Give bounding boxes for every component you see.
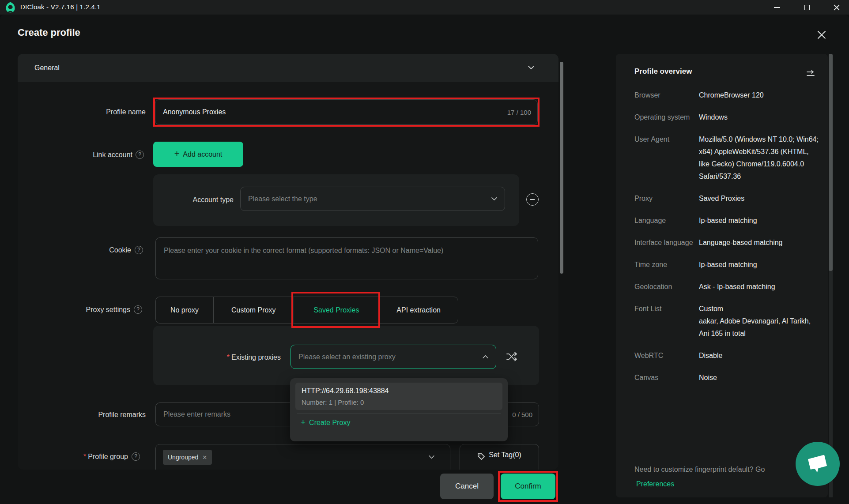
overview-row-label: Canvas <box>634 372 699 384</box>
cookie-label: Cookie <box>52 245 131 255</box>
title-bar: DICloak - V2.7.16 | 1.2.4.1 <box>0 0 849 15</box>
required-asterisk: * <box>83 453 86 460</box>
proxy-tab-saved-proxies[interactable]: Saved Proxies <box>294 297 379 323</box>
profile-name-counter: 17 / 100 <box>507 109 531 116</box>
cancel-label: Cancel <box>455 482 479 491</box>
overview-row: WebRTCDisable <box>634 350 820 362</box>
help-icon[interactable]: ? <box>136 150 144 159</box>
chevron-down-icon <box>528 65 535 70</box>
overview-row-label: Font List <box>634 303 699 340</box>
add-account-button[interactable]: + Add account <box>153 142 243 167</box>
overview-row-value: Disable <box>699 350 820 362</box>
set-tag-button[interactable]: Set Tag(0) <box>460 444 539 470</box>
profile-name-value: Anonymous Proxies <box>163 108 507 116</box>
proxy-tab-api-extraction[interactable]: API extraction <box>379 297 458 323</box>
proxy-option[interactable]: HTTP://64.29.68.198:43884 Number: 1 | Pr… <box>295 383 502 410</box>
window-maximize-button[interactable] <box>797 0 817 15</box>
chevron-down-icon <box>428 455 435 459</box>
profile-name-label: Profile name <box>62 107 146 117</box>
chevron-down-icon <box>491 197 498 201</box>
overview-rows: BrowserChromeBrowser 120Operating system… <box>634 89 820 394</box>
account-type-select[interactable]: Please select the type <box>240 187 505 211</box>
window-minimize-button[interactable] <box>767 0 787 15</box>
profile-overview-panel: Profile overview BrowserChromeBrowser 12… <box>616 54 828 497</box>
overview-row-label: User Agent <box>634 133 699 183</box>
create-profile-dialog: Create profile General Profile name Anon… <box>0 15 849 504</box>
profile-remarks-label: Profile remarks <box>62 410 146 420</box>
group-tag-chip[interactable]: Ungrouped ✕ <box>163 450 212 465</box>
overview-row: ProxySaved Proxies <box>634 192 820 205</box>
cancel-button[interactable]: Cancel <box>440 474 494 499</box>
proxy-tab-no-proxy[interactable]: No proxy <box>156 297 213 323</box>
overview-row-label: Browser <box>634 89 699 102</box>
app-window: DICloak - V2.7.16 | 1.2.4.1 Create profi… <box>0 0 849 504</box>
general-section: General Profile name Anonymous Proxies 1… <box>18 54 558 470</box>
overview-row-value: Saved Proxies <box>699 192 820 205</box>
help-icon[interactable]: ? <box>135 246 143 254</box>
plus-icon: + <box>174 149 180 159</box>
general-section-header[interactable]: General <box>18 54 558 82</box>
form-scrollbar[interactable] <box>560 62 563 274</box>
plus-icon: + <box>301 417 306 427</box>
overview-row: CanvasNoise <box>634 372 820 384</box>
overview-row: GeolocationAsk - Ip-based matching <box>634 281 820 293</box>
app-logo-icon <box>4 1 16 13</box>
overview-row-value: Custom aakar, Adobe Devanagari, Al Tarik… <box>699 303 820 340</box>
overview-row-value: Noise <box>699 372 820 384</box>
help-icon[interactable]: ? <box>134 305 142 314</box>
confirm-label: Confirm <box>515 482 541 491</box>
overview-row-value: Ip-based matching <box>699 259 820 271</box>
panel-scrollbar[interactable] <box>829 54 833 497</box>
profile-group-select[interactable]: Ungrouped ✕ <box>155 444 450 470</box>
overview-row-value: Ask - Ip-based matching <box>699 281 820 293</box>
cookie-textarea[interactable]: Please enter your cookie in the correct … <box>155 237 538 279</box>
proxy-option-title: HTTP://64.29.68.198:43884 <box>302 385 496 397</box>
remove-tag-icon[interactable]: ✕ <box>202 454 207 461</box>
proxy-option-subtitle: Number: 1 | Proflie: 0 <box>302 397 496 408</box>
set-tag-label: Set Tag(0) <box>489 451 521 470</box>
overview-row: Time zoneIp-based matching <box>634 259 820 271</box>
overview-row-label: Operating system <box>634 111 699 124</box>
link-account-label: Link account <box>53 150 132 160</box>
overview-row-value: ChromeBrowser 120 <box>699 89 820 102</box>
create-proxy-label: Create Proxy <box>309 419 350 427</box>
collapse-panel-icon[interactable] <box>806 70 815 77</box>
dialog-close-button[interactable] <box>815 28 829 42</box>
profile-name-input[interactable]: Anonymous Proxies 17 / 100 <box>155 99 538 125</box>
group-tag-label: Ungrouped <box>168 454 198 461</box>
chevron-up-icon <box>482 355 489 359</box>
fingerprint-note-text: Need to customize fingerprint default? G… <box>634 466 765 473</box>
overview-row-label: Language <box>634 214 699 227</box>
proxy-tab-custom-proxy[interactable]: Custom Proxy <box>213 297 294 323</box>
chat-bubble-icon <box>806 454 829 474</box>
panel-scrollbar-thumb[interactable] <box>829 54 833 271</box>
overview-row: Interface languageLanguage-based matchin… <box>634 237 820 249</box>
preferences-link[interactable]: Preferences <box>636 480 674 488</box>
add-account-label: Add account <box>183 150 222 158</box>
overview-row-label: WebRTC <box>634 350 699 362</box>
confirm-button[interactable]: Confirm <box>501 474 555 499</box>
remove-account-icon[interactable] <box>526 193 539 206</box>
overview-row-label: Time zone <box>634 259 699 271</box>
overview-row: BrowserChromeBrowser 120 <box>634 89 820 102</box>
overview-row-value: Windows <box>699 111 820 124</box>
existing-proxies-select[interactable]: Please select an existing proxy <box>291 345 496 369</box>
existing-proxies-label: *Existing proxies <box>168 353 281 362</box>
overview-row: Font ListCustom aakar, Adobe Devanagari,… <box>634 303 820 340</box>
profile-overview-title: Profile overview <box>634 67 692 76</box>
fingerprint-note: Need to customize fingerprint default? G… <box>634 462 807 491</box>
overview-row-label: Interface language <box>634 237 699 249</box>
close-icon <box>817 30 826 39</box>
section-title: General <box>34 64 60 72</box>
profile-remarks-counter: 0 / 500 <box>512 411 532 418</box>
overview-row-value: Mozilla/5.0 (Windows NT 10.0; Win64; x64… <box>699 133 820 183</box>
chat-support-button[interactable] <box>796 442 840 486</box>
required-asterisk: * <box>227 354 230 361</box>
help-icon[interactable]: ? <box>132 452 140 461</box>
overview-row-label: Proxy <box>634 192 699 205</box>
overview-row-value: Language-based matching <box>699 237 820 249</box>
create-proxy-button[interactable]: + Create Proxy <box>301 418 508 427</box>
window-close-button[interactable] <box>826 0 847 15</box>
profile-group-label: *Profile group <box>46 452 128 462</box>
shuffle-icon[interactable] <box>505 350 518 363</box>
